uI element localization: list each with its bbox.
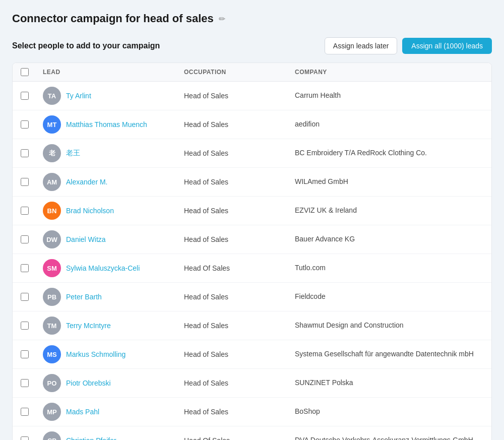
avatar-7: PB — [43, 288, 61, 306]
page-subtitle: Select people to add to your campaign — [12, 41, 160, 50]
lead-cell-0: TA Ty Arlint — [37, 82, 178, 110]
avatar-6: SM — [43, 259, 61, 277]
lead-cell-10: PO Piotr Obrebski — [37, 369, 178, 397]
table-row: PO Piotr Obrebski Head of Sales SUNZINET… — [13, 369, 491, 398]
lead-cell-6: SM Sylwia Maluszycka-Celi — [37, 254, 178, 282]
row-checkbox-5[interactable] — [21, 235, 29, 243]
company-cell-2: BC Embroidery T/A RedRock Clothing Co. — [289, 143, 491, 163]
company-cell-4: EZVIZ UK & Ireland — [289, 201, 491, 221]
col-header-occupation: OCCUPATION — [178, 68, 289, 76]
avatar-2: 老 — [43, 144, 61, 162]
lead-name-0[interactable]: Ty Arlint — [66, 92, 91, 100]
avatar-12: CP — [43, 431, 61, 440]
occupation-cell-0: Head of Sales — [178, 87, 289, 105]
avatar-9: MS — [43, 345, 61, 363]
lead-cell-1: MT Matthias Thomas Muench — [37, 110, 178, 139]
row-checkbox-10[interactable] — [21, 379, 29, 387]
company-cell-12: DVA Deutsche Verkehrs-Assekuranz-Vermitt… — [289, 430, 491, 440]
row-checkbox-12[interactable] — [21, 436, 29, 440]
occupation-cell-10: Head of Sales — [178, 374, 289, 392]
lead-name-8[interactable]: Terry McIntyre — [66, 322, 111, 330]
company-cell-0: Carrum Health — [289, 86, 491, 106]
occupation-cell-9: Head of Sales — [178, 345, 289, 363]
lead-cell-7: PB Peter Barth — [37, 283, 178, 311]
row-checkbox-9[interactable] — [21, 350, 29, 358]
edit-icon[interactable]: ✏ — [219, 14, 225, 24]
company-cell-9: Systema Gesellschaft für angewandte Date… — [289, 344, 491, 364]
lead-name-5[interactable]: Daniel Witza — [66, 235, 106, 243]
avatar-5: DW — [43, 230, 61, 248]
lead-cell-9: MS Markus Schmolling — [37, 340, 178, 368]
avatar-10: PO — [43, 374, 61, 392]
row-checkbox-7[interactable] — [21, 293, 29, 301]
avatar-0: TA — [43, 87, 61, 105]
assign-all-leads-button[interactable]: Assign all (1000) leads — [402, 38, 492, 54]
company-cell-1: aedifion — [289, 114, 491, 135]
row-checkbox-4[interactable] — [21, 207, 29, 215]
avatar-1: MT — [43, 115, 61, 134]
table-row: CP Christian Pfeifer Head Of Sales DVA D… — [13, 426, 491, 440]
table-header: LEAD OCCUPATION COMPANY — [13, 63, 491, 82]
company-cell-11: BoShop — [289, 402, 491, 422]
lead-name-9[interactable]: Markus Schmolling — [66, 350, 125, 358]
avatar-8: TM — [43, 317, 61, 335]
lead-name-11[interactable]: Mads Pahl — [66, 408, 99, 416]
avatar-4: BN — [43, 202, 61, 220]
lead-name-6[interactable]: Sylwia Maluszycka-Celi — [66, 264, 140, 272]
lead-name-3[interactable]: Alexander M. — [66, 178, 107, 186]
table-row: BN Brad Nicholson Head of Sales EZVIZ UK… — [13, 197, 491, 225]
occupation-cell-8: Head of Sales — [178, 317, 289, 335]
lead-name-10[interactable]: Piotr Obrebski — [66, 379, 111, 387]
col-header-company: COMPANY — [289, 68, 491, 76]
row-checkbox-11[interactable] — [21, 408, 29, 416]
company-cell-7: Fieldcode — [289, 287, 491, 307]
occupation-cell-11: Head of Sales — [178, 403, 289, 421]
occupation-cell-12: Head Of Sales — [178, 431, 289, 440]
row-checkbox-8[interactable] — [21, 322, 29, 330]
lead-name-2[interactable]: 老王 — [66, 149, 80, 158]
occupation-cell-4: Head of Sales — [178, 202, 289, 220]
table-row: DW Daniel Witza Head of Sales Bauer Adva… — [13, 225, 491, 254]
table-row: MS Markus Schmolling Head of Sales Syste… — [13, 340, 491, 369]
row-checkbox-3[interactable] — [21, 178, 29, 186]
leads-table: LEAD OCCUPATION COMPANY TA Ty Arlint Hea… — [12, 62, 492, 440]
lead-name-1[interactable]: Matthias Thomas Muench — [66, 120, 147, 129]
company-cell-5: Bauer Advance KG — [289, 229, 491, 249]
occupation-cell-3: Head of Sales — [178, 173, 289, 191]
occupation-cell-1: Head of Sales — [178, 115, 289, 134]
lead-name-7[interactable]: Peter Barth — [66, 293, 102, 301]
row-checkbox-2[interactable] — [21, 149, 29, 157]
lead-cell-3: AM Alexander M. — [37, 168, 178, 196]
lead-name-12[interactable]: Christian Pfeifer — [66, 436, 116, 440]
lead-name-4[interactable]: Brad Nicholson — [66, 207, 114, 215]
col-header-lead: LEAD — [37, 68, 178, 76]
row-checkbox-6[interactable] — [21, 264, 29, 272]
table-row: 老 老王 Head of Sales BC Embroidery T/A Red… — [13, 139, 491, 168]
occupation-cell-2: Head of Sales — [178, 144, 289, 162]
occupation-cell-6: Head Of Sales — [178, 259, 289, 277]
lead-cell-12: CP Christian Pfeifer — [37, 426, 178, 440]
row-checkbox-0[interactable] — [21, 92, 29, 100]
table-row: MP Mads Pahl Head of Sales BoShop — [13, 398, 491, 426]
table-row: PB Peter Barth Head of Sales Fieldcode — [13, 283, 491, 311]
assign-leads-later-button[interactable]: Assign leads later — [325, 37, 398, 54]
table-row: SM Sylwia Maluszycka-Celi Head Of Sales … — [13, 254, 491, 283]
select-all-checkbox[interactable] — [21, 68, 29, 76]
lead-cell-8: TM Terry McIntyre — [37, 311, 178, 340]
avatar-3: AM — [43, 173, 61, 191]
table-row: MT Matthias Thomas Muench Head of Sales … — [13, 110, 491, 139]
table-row: AM Alexander M. Head of Sales WILAmed Gm… — [13, 168, 491, 197]
company-cell-6: Tutlo.com — [289, 258, 491, 278]
page-title: Connector campaign for head of sales — [12, 12, 214, 25]
lead-cell-2: 老 老王 — [37, 139, 178, 167]
table-row: TM Terry McIntyre Head of Sales Shawmut … — [13, 311, 491, 340]
company-cell-8: Shawmut Design and Construction — [289, 316, 491, 336]
company-cell-10: SUNZINET Polska — [289, 373, 491, 393]
table-body: TA Ty Arlint Head of Sales Carrum Health… — [13, 82, 491, 440]
lead-cell-11: MP Mads Pahl — [37, 398, 178, 426]
occupation-cell-5: Head of Sales — [178, 230, 289, 248]
row-checkbox-1[interactable] — [21, 120, 29, 129]
table-row: TA Ty Arlint Head of Sales Carrum Health — [13, 82, 491, 110]
occupation-cell-7: Head of Sales — [178, 288, 289, 306]
lead-cell-4: BN Brad Nicholson — [37, 197, 178, 225]
